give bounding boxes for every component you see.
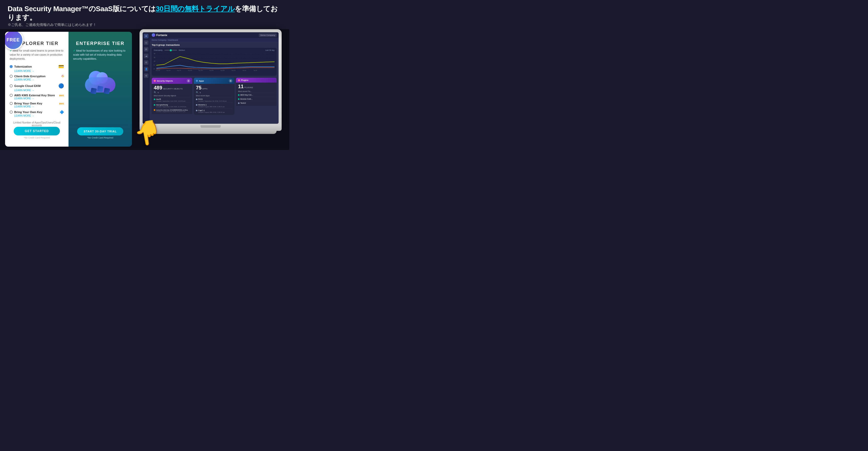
feature-label: Client-Side Encryption xyxy=(14,75,45,78)
sidebar-icon-settings[interactable]: ⚙ xyxy=(144,60,149,65)
sidebar-icon-security[interactable]: ◎ xyxy=(144,40,149,45)
cloud-illustration xyxy=(73,64,127,101)
apps-title-text: Apps xyxy=(199,80,204,82)
feature-tokenization: Tokenization 💳 LEARN MORE → xyxy=(10,64,64,73)
dashboard: ≡ ◎ ⊞ ☁ ⚙ 👤 ⚙ xyxy=(143,32,279,124)
apps-dot xyxy=(196,80,198,82)
apps-item-1: FICO Created: September 4th 2018, 2:47:4… xyxy=(196,97,232,103)
granularity-slider[interactable] xyxy=(164,50,177,51)
laptop-notch xyxy=(200,125,221,128)
plugins-dot-3 xyxy=(238,103,240,104)
transactions-chart: 20 15 10 5 0 xyxy=(154,52,275,71)
security-date-3: Created: September 6th 2018, 12:29:47 pm xyxy=(156,111,190,112)
security-search-icon[interactable]: 🔍 ∨ xyxy=(154,91,159,94)
main-content: FREE EXPLORER TIER Ideal for small-sized… xyxy=(0,29,289,147)
dashboard-topbar: Fortanix Demo Company xyxy=(150,32,279,38)
apps-item-name-1: FICO xyxy=(196,98,232,101)
learn-more[interactable]: LEARN MORE → xyxy=(14,78,64,81)
date-range: Last 30 day xyxy=(266,49,275,51)
security-dot xyxy=(154,80,156,82)
security-dot-1 xyxy=(154,98,155,100)
limited-text: Limited Number of Apps/Ops/Users/Cloud a… xyxy=(10,121,64,127)
apps-item-2: Moneris-1 Created: August 28th 2018, 1:3… xyxy=(196,103,232,108)
svg-text:Aug 14th: Aug 14th xyxy=(166,70,171,71)
feature-radio xyxy=(10,111,13,114)
learn-more[interactable]: LEARN MORE → xyxy=(14,69,64,73)
learn-more-label: LEARN MORE → xyxy=(14,89,34,92)
aws2-icon: aws xyxy=(59,102,64,105)
feature-radio xyxy=(10,84,13,87)
sidebar-icon-config[interactable]: ⚙ xyxy=(144,74,149,78)
apps-card-title: Apps xyxy=(196,80,204,82)
sidebar-icon-user[interactable]: 👤 xyxy=(144,67,149,72)
plugins-unit: PLUGINS xyxy=(244,87,253,88)
svg-text:Aug 31st: Aug 31st xyxy=(231,70,236,71)
cube-group xyxy=(91,88,110,94)
laptop-container: ≡ ◎ ⊞ ☁ ⚙ 👤 ⚙ xyxy=(140,29,282,134)
plugins-card-title: Plugins xyxy=(238,79,248,81)
learn-more-label: LEARN MORE → xyxy=(14,69,34,73)
security-search-row: 🔍 ∨ xyxy=(154,91,190,94)
apps-search-icon[interactable]: 🔍 ∨ xyxy=(196,91,201,94)
apps-add-button[interactable]: + xyxy=(229,79,232,83)
sidebar-icon-cloud[interactable]: ☁ xyxy=(144,54,149,58)
security-add-button[interactable]: + xyxy=(187,79,190,83)
plugins-count: 11 PLUGINS xyxy=(238,84,275,89)
svg-text:10: 10 xyxy=(154,60,155,62)
learn-more[interactable]: LEARN MORE → xyxy=(14,97,64,100)
svg-text:Aug 25th: Aug 25th xyxy=(209,70,214,71)
feature-label: Google Cloud EKM xyxy=(14,84,40,87)
sidebar-icon-menu[interactable]: ≡ xyxy=(144,34,149,38)
feature-aws-kms: AWS KMS External Key Store aws LEARN MOR… xyxy=(10,94,64,100)
feature-name: Bring Your Own Key aws xyxy=(10,102,64,105)
fortanix-logo-icon xyxy=(152,33,155,37)
chart-area: Granularity: Medium Last 30 day xyxy=(152,48,277,76)
apps-item-name-2: Moneris-1 xyxy=(196,104,232,106)
slider-thumb xyxy=(170,49,172,51)
dashboard-content: Top 5 group: transactions Granularity: xyxy=(150,42,279,124)
svg-text:Aug 11th: Aug 11th xyxy=(156,70,160,71)
header-title: Data Security Manager™のSaaS版については30日間の無料… xyxy=(8,5,282,22)
feature-radio-active xyxy=(10,65,13,68)
security-item-3: mutual-tls-client-key (FA00BBB5855B)-cer… xyxy=(154,108,190,113)
pointer-area: 👇 リンク内のこちらをクリック！ xyxy=(91,123,162,150)
laptop-screen-wrapper: ≡ ◎ ⊞ ☁ ⚙ 👤 ⚙ xyxy=(140,29,282,125)
security-dot-2 xyxy=(154,104,155,106)
feature-name: Bring Your Own Key 🔷 xyxy=(10,110,64,114)
plugins-item-3: Test12 xyxy=(238,101,275,105)
apps-item-3: CapC-1 Created: August 28th 2018, 7:58:3… xyxy=(196,108,232,114)
svg-text:5: 5 xyxy=(154,64,155,66)
feature-name: Tokenization 💳 xyxy=(10,64,64,69)
get-started-button[interactable]: GET STARTED xyxy=(14,127,60,135)
aws-icon: aws xyxy=(59,94,64,97)
plugins-recent-label: Most recent Plu... xyxy=(238,90,275,92)
plugins-name-2: Access Cont... xyxy=(240,98,252,100)
google-icon: G xyxy=(62,75,64,78)
plugins-title-text: Plugins xyxy=(241,79,248,81)
plugins-card-header: Plugins xyxy=(236,78,277,83)
plugins-card: Plugins 11 PLUGINS xyxy=(236,78,277,115)
security-date-1: Created: September 11th 2018, 3:19:55 pm xyxy=(156,101,190,102)
learn-more-label: LEARN MORE → xyxy=(14,97,34,100)
apps-date-1: Created: September 4th 2018, 2:47:42 pm xyxy=(198,101,232,102)
feature-icon: 💳 xyxy=(58,64,64,69)
apps-name-3: CapC-1 xyxy=(198,109,205,112)
svg-text:Sep 6th: Sep 6th xyxy=(253,70,257,71)
apps-search-row: 🔍 ∨ xyxy=(196,91,232,94)
learn-more-label: LEARN MORE → xyxy=(14,114,34,117)
learn-more[interactable]: LEARN MORE → xyxy=(14,105,64,108)
security-title-text: Security Objects xyxy=(157,80,173,82)
dashboard-breadcrumb: Demo Company / Dashboard xyxy=(150,38,279,42)
free-badge-text: FREE xyxy=(7,37,20,43)
feature-label: AWS KMS External Key Store xyxy=(14,94,55,97)
svg-text:Sep 3rd: Sep 3rd xyxy=(243,70,246,71)
learn-more[interactable]: LEARN MORE → xyxy=(14,89,64,92)
security-card-body: 489 SECURITY OBJECTS 🔍 ∨ Most recent Sec… xyxy=(152,84,192,114)
dashboard-company: Demo Company xyxy=(259,33,277,37)
apps-unit: APPS xyxy=(202,88,208,90)
plugins-item-2: Access Cont... xyxy=(238,97,275,101)
learn-more[interactable]: LEARN MORE → xyxy=(14,114,64,117)
sidebar-icon-apps[interactable]: ⊞ xyxy=(144,47,149,52)
laptop-screen: ≡ ◎ ⊞ ☁ ⚙ 👤 ⚙ xyxy=(143,32,279,124)
svg-text:15: 15 xyxy=(154,57,155,58)
